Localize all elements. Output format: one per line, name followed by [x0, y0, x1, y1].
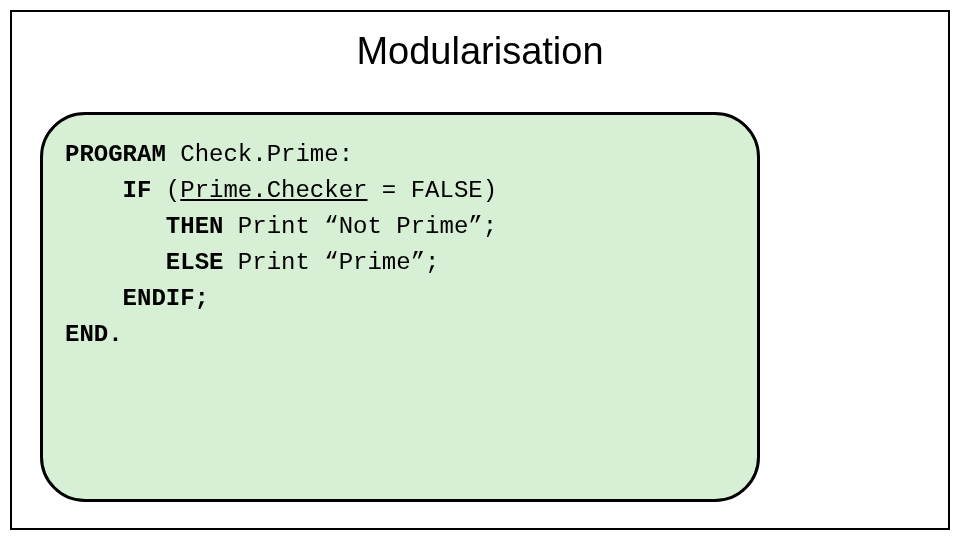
if-open: (: [151, 177, 180, 204]
program-name: Check.Prime:: [166, 141, 353, 168]
slide-title: Modularisation: [12, 30, 948, 73]
kw-if: IF: [123, 177, 152, 204]
kw-program: PROGRAM: [65, 141, 166, 168]
if-rest: = FALSE): [367, 177, 497, 204]
then-body: Print “Not Prime”;: [223, 213, 497, 240]
kw-endif: ENDIF;: [123, 285, 209, 312]
else-body: Print “Prime”;: [223, 249, 439, 276]
module-call: Prime.Checker: [180, 177, 367, 204]
code-panel: PROGRAM Check.Prime: IF (Prime.Checker =…: [40, 112, 760, 502]
slide-frame: Modularisation PROGRAM Check.Prime: IF (…: [10, 10, 950, 530]
pseudocode: PROGRAM Check.Prime: IF (Prime.Checker =…: [65, 137, 745, 353]
kw-then: THEN: [166, 213, 224, 240]
kw-else: ELSE: [166, 249, 224, 276]
kw-end: END.: [65, 321, 123, 348]
